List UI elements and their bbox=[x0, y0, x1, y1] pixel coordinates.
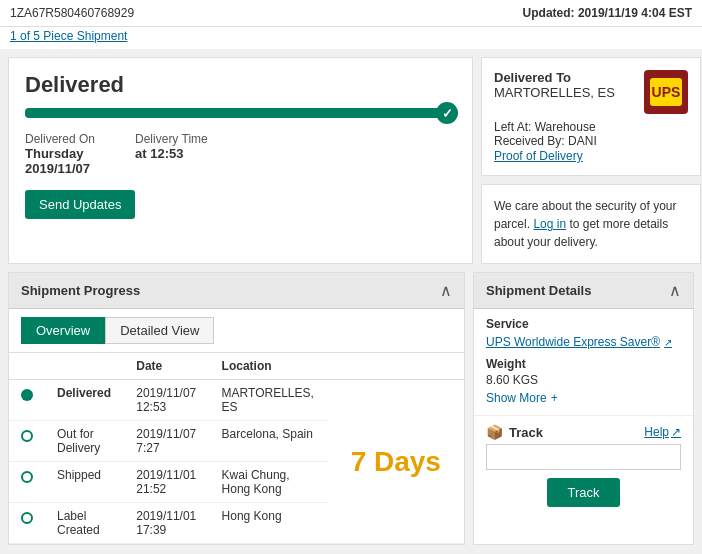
piece-shipment-link[interactable]: 1 of 5 Piece Shipment bbox=[0, 27, 702, 49]
track-section: 📦 Track Help ↗ Track bbox=[474, 415, 693, 515]
shipment-progress-title: Shipment Progress bbox=[21, 283, 140, 298]
status-delivered: Delivered bbox=[57, 386, 111, 400]
show-more-label: Show More bbox=[486, 391, 547, 405]
weight-label: Weight bbox=[486, 357, 681, 371]
progress-bar-bg: ✓ bbox=[25, 108, 456, 118]
col-dot bbox=[9, 353, 45, 380]
shipment-details-section: Shipment Details ∧ Service UPS Worldwide… bbox=[473, 272, 694, 545]
left-at-value: Warehouse bbox=[535, 120, 596, 134]
service-link[interactable]: UPS Worldwide Express Saver® ↗ bbox=[486, 335, 681, 349]
ups-logo-text: UPS bbox=[650, 78, 682, 106]
col-extra bbox=[328, 353, 464, 380]
shipment-progress-header: Shipment Progress ∧ bbox=[9, 273, 464, 309]
track-icon: 📦 bbox=[486, 424, 503, 440]
date-cell: 2019/11/07 7:27 bbox=[124, 421, 209, 462]
ups-received-by: Received By: DANI bbox=[494, 134, 688, 148]
show-more-link[interactable]: Show More + bbox=[486, 391, 681, 405]
date-cell: 2019/11/07 12:53 bbox=[124, 380, 209, 421]
delivery-info: Delivered On Thursday 2019/11/07 Deliver… bbox=[25, 132, 456, 176]
delivery-card: Delivered ✓ Delivered On Thursday 2019/1… bbox=[8, 57, 473, 264]
ups-header: Delivered To MARTORELLES, ES UPS bbox=[494, 70, 688, 114]
help-link[interactable]: Help ↗ bbox=[644, 425, 681, 439]
progress-bar-fill bbox=[25, 108, 456, 118]
date-cell: 2019/11/01 21:52 bbox=[124, 462, 209, 503]
dot-cell bbox=[9, 421, 45, 462]
proof-of-delivery-link[interactable]: Proof of Delivery bbox=[494, 149, 583, 163]
progress-table: Date Location Delivered 2019/11/07 12:53… bbox=[9, 353, 464, 544]
updated-label: Updated: bbox=[523, 6, 575, 20]
col-date: Date bbox=[124, 353, 209, 380]
external-link-icon: ↗ bbox=[664, 337, 672, 348]
plus-icon: + bbox=[551, 391, 558, 405]
delivery-time-value: at 12:53 bbox=[135, 146, 208, 161]
send-updates-button[interactable]: Send Updates bbox=[25, 190, 135, 219]
ups-info-box: Delivered To MARTORELLES, ES UPS Left At… bbox=[481, 57, 701, 176]
left-at-label: Left At: bbox=[494, 120, 531, 134]
updated-date: 2019/11/19 4:04 EST bbox=[578, 6, 692, 20]
status-cell: Label Created bbox=[45, 503, 124, 544]
delivery-header: Delivered ✓ Delivered On Thursday 2019/1… bbox=[9, 58, 472, 239]
track-input[interactable] bbox=[486, 444, 681, 470]
dot-outline bbox=[21, 512, 33, 524]
col-status bbox=[45, 353, 124, 380]
col-location: Location bbox=[210, 353, 328, 380]
location-cell: Barcelona, Spain bbox=[210, 421, 328, 462]
ups-delivered-to-name: MARTORELLES, ES bbox=[494, 85, 615, 100]
shipment-details-title: Shipment Details bbox=[486, 283, 591, 298]
track-header: 📦 Track Help ↗ bbox=[486, 424, 681, 440]
dot-cell bbox=[9, 462, 45, 503]
delivered-on-block: Delivered On Thursday 2019/11/07 bbox=[25, 132, 95, 176]
dot-cell bbox=[9, 380, 45, 421]
help-label: Help bbox=[644, 425, 669, 439]
right-panel: Delivered To MARTORELLES, ES UPS Left At… bbox=[481, 57, 701, 264]
shipment-details-header: Shipment Details ∧ bbox=[474, 273, 693, 309]
ups-security-box: We care about the security of your parce… bbox=[481, 184, 701, 264]
location-cell: MARTORELLES, ES bbox=[210, 380, 328, 421]
ups-logo: UPS bbox=[644, 70, 688, 114]
track-label: Track bbox=[509, 425, 543, 440]
received-by-label: Received By: bbox=[494, 134, 565, 148]
dot-outline bbox=[21, 430, 33, 442]
seven-days-cell: 7 Days bbox=[328, 380, 464, 544]
delivery-time-block: Delivery Time at 12:53 bbox=[135, 132, 208, 176]
status-cell: Out for Delivery bbox=[45, 421, 124, 462]
top-bar: 1ZA67R580460768929 Updated: 2019/11/19 4… bbox=[0, 0, 702, 27]
seven-days-label: 7 Days bbox=[340, 436, 452, 488]
updated-text: Updated: 2019/11/19 4:04 EST bbox=[523, 6, 692, 20]
delivered-date: Thursday 2019/11/07 bbox=[25, 146, 95, 176]
service-name: UPS Worldwide Express Saver® bbox=[486, 335, 660, 349]
delivery-time-label: Delivery Time bbox=[135, 132, 208, 146]
location-cell: Hong Kong bbox=[210, 503, 328, 544]
status-cell: Delivered bbox=[45, 380, 124, 421]
dot-outline bbox=[21, 471, 33, 483]
ups-delivered-block: Delivered To MARTORELLES, ES bbox=[494, 70, 615, 100]
ups-left-at: Left At: Warehouse bbox=[494, 120, 688, 134]
dot-cell bbox=[9, 503, 45, 544]
tabs-row: Overview Detailed View bbox=[9, 309, 464, 353]
collapse-progress-button[interactable]: ∧ bbox=[440, 281, 452, 300]
log-in-link[interactable]: Log in bbox=[533, 217, 566, 231]
date-cell: 2019/11/01 17:39 bbox=[124, 503, 209, 544]
status-cell: Shipped bbox=[45, 462, 124, 503]
ups-delivered-to-label: Delivered To bbox=[494, 70, 615, 85]
collapse-details-button[interactable]: ∧ bbox=[669, 281, 681, 300]
table-row: Delivered 2019/11/07 12:53 MARTORELLES, … bbox=[9, 380, 464, 421]
shipment-progress-section: Shipment Progress ∧ Overview Detailed Vi… bbox=[8, 272, 465, 545]
main-container: Delivered ✓ Delivered On Thursday 2019/1… bbox=[0, 49, 702, 272]
track-button[interactable]: Track bbox=[547, 478, 619, 507]
progress-check-icon: ✓ bbox=[436, 102, 458, 124]
bottom-container: Shipment Progress ∧ Overview Detailed Vi… bbox=[8, 272, 694, 545]
dot-filled bbox=[21, 389, 33, 401]
delivered-on-label: Delivered On bbox=[25, 132, 95, 146]
tracking-id: 1ZA67R580460768929 bbox=[10, 6, 134, 20]
tab-overview[interactable]: Overview bbox=[21, 317, 105, 344]
delivery-title: Delivered bbox=[25, 72, 456, 98]
received-by-name: DANI bbox=[568, 134, 597, 148]
tab-detailed-view[interactable]: Detailed View bbox=[105, 317, 214, 344]
help-external-icon: ↗ bbox=[671, 425, 681, 439]
weight-value: 8.60 KGS bbox=[486, 373, 681, 387]
location-cell: Kwai Chung, Hong Kong bbox=[210, 462, 328, 503]
service-label: Service bbox=[486, 309, 681, 331]
progress-bar-container: ✓ bbox=[25, 108, 456, 118]
